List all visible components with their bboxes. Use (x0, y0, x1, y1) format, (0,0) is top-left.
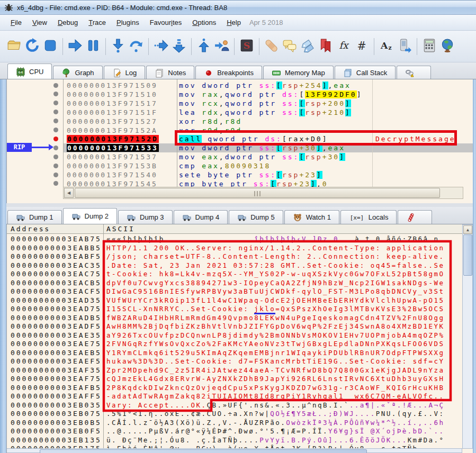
breakpoint-dot[interactable] (53, 181, 58, 186)
tab-notes[interactable]: Notes (146, 66, 194, 79)
dump-vscroll-thumb[interactable] (463, 234, 472, 276)
script-button[interactable]: S (238, 37, 256, 57)
breakpoint-dot-active[interactable] (53, 137, 58, 141)
dump-row[interactable]: 00000000003EABB5HTTP/1.1 200 OK..Server:… (7, 243, 462, 252)
breakpoint-dot[interactable] (53, 128, 58, 132)
menu-item-options[interactable]: Options (187, 19, 221, 26)
menu-item-trace[interactable]: Trace (83, 19, 111, 26)
run-button[interactable] (66, 37, 84, 57)
tab-dump-5[interactable]: Dump 5 (229, 210, 283, 224)
disasm-row[interactable]: 000000013F971527xor r8d,r8d (63, 117, 476, 126)
tab-breakpoints[interactable]: Breakpoints (195, 66, 262, 79)
run-to-user-code-button[interactable] (213, 37, 231, 57)
pane-splitter[interactable] (0, 203, 476, 207)
dump-row[interactable]: 00000000003EB0B5.CÅÍ.l.z¯ö½A3(Xö)ü.Z.,V.… (7, 418, 462, 427)
tab-call-stack[interactable]: Call Stack (335, 66, 396, 79)
breakpoint-dot[interactable] (53, 92, 58, 96)
dump-row[interactable]: 00000000003EB0F5..@.....PµßV.ár@°«ÿ¼ÉÞ#^… (7, 427, 462, 436)
dump-row[interactable]: 00000000003EACB5dpVf0u7CwvgYxcs38894271w… (7, 278, 462, 287)
dump-row[interactable]: 00000000003EAFB52P8KqdckDIwZkncQzOvjeqdC… (7, 383, 462, 392)
menu-item-help[interactable]: Help (221, 19, 246, 26)
attach-button[interactable] (396, 37, 414, 57)
browser-button[interactable] (438, 37, 456, 57)
disassembly-panel[interactable]: 000000013F971509mov dword ptr ss:[rsp+25… (6, 79, 476, 203)
dump-row[interactable]: 00000000003EAEB5Y1RYmCLmkq6it529u5KImAqZ… (7, 348, 462, 357)
dump-row[interactable]: 00000000003EABF5/json; charset=UTF-8..Co… (7, 252, 462, 261)
hex-dump-panel[interactable]: Address ASCII 00000000003EAB75«««îþîþîþî… (6, 224, 476, 453)
disasm-row[interactable]: 000000013F971533mov dword ptr ss:[rsp+30… (63, 143, 476, 152)
disasm-hscrollbar[interactable]: ◀ (63, 187, 463, 199)
dump-row[interactable]: 00000000003EAB75«««îþîþîþîþ îþîþîþîþ‹V.]… (7, 234, 462, 243)
dump-hscroll-thumb[interactable] (40, 449, 367, 453)
trace-into-button[interactable] (152, 37, 170, 57)
tab--x-locals[interactable]: [x=]Locals (340, 210, 397, 224)
disasm-row[interactable]: 000000013F971517mov rcx,qword ptr ss:[rs… (63, 99, 476, 108)
tab-graph[interactable]: Graph (53, 66, 102, 79)
title-bar[interactable]: x6_4dbg - File: cmd.exe - PID: B64 - Mod… (0, 0, 476, 15)
dump-row[interactable]: 00000000003EAC35.Date: Sat, 23 Jan 2021 … (7, 261, 462, 270)
dump-vscrollbar[interactable]: ▲ (462, 224, 473, 449)
disasm-row[interactable]: 000000013F97151Flea rdx,qword ptr ss:[rs… (63, 108, 476, 117)
scroll-up-button[interactable]: ▲ (463, 225, 472, 234)
breakpoint-dot[interactable] (53, 155, 58, 159)
dump-row[interactable]: 00000000003EAFF5-adatAdTwRAgmZakq82iTUIA… (7, 392, 462, 401)
dump-row[interactable]: 00000000003EAC75t-Cookie: hk8=Lk4v-mzq5X… (7, 269, 462, 278)
pause-button[interactable] (84, 37, 102, 57)
disasm-row[interactable]: 000000013F97153Bcmp eax,80090318 (63, 161, 476, 170)
dump-row[interactable]: 00000000003EADF5AwH8MM%2BjDqfbiZKzBhVtlV… (7, 322, 462, 331)
strings-button[interactable]: Az (378, 37, 396, 57)
scroll-left-button[interactable]: ◀ (64, 188, 74, 198)
tab-watch-1[interactable]: Watch 1 (284, 210, 339, 224)
dump-row[interactable]: 00000000003EB135ü. Ðç¨Me.;¦.Óu8. .ç.ÎaTÑ… (7, 436, 462, 445)
dump-row[interactable]: 00000000003EAE752FVNGqRzfYWsOvQxcZo%2FaK… (7, 339, 462, 348)
labels-button[interactable] (299, 37, 317, 57)
dump-row[interactable]: 00000000003EAE35aY926TxcOUvfpzDCQnwnLP8j… (7, 331, 462, 340)
stop-button[interactable] (41, 37, 59, 57)
disasm-row[interactable]: 000000013F97152Axor r9d,r9d (63, 126, 476, 135)
calculator-button[interactable] (420, 37, 438, 57)
tab-log[interactable]: Log (104, 66, 146, 79)
restart-button[interactable] (23, 37, 41, 57)
disasm-row[interactable]: 000000013F971510mov rax,qword ptr ds:[13… (63, 90, 476, 99)
step-into-button[interactable] (109, 37, 127, 57)
menu-item-debug[interactable]: Debug (52, 19, 83, 26)
breakpoint-dot[interactable] (53, 173, 58, 177)
tab-memory-map[interactable]: Memory Map (263, 66, 334, 79)
tab-dump-4[interactable]: Dump 4 (174, 210, 228, 224)
comments-button[interactable] (281, 37, 299, 57)
disasm-row[interactable]: 000000013F971509mov dword ptr ss:[rsp+25… (63, 81, 476, 90)
dump-row[interactable]: 00000000003EB075.5%1°<1.η..oxE..¢æ.CUO.÷… (7, 409, 462, 418)
patches-button[interactable] (263, 37, 281, 57)
tab-dump-2[interactable]: Dump 2 (63, 208, 118, 224)
functions-button[interactable]: fx (335, 37, 353, 57)
menu-item-file[interactable]: File (5, 19, 27, 26)
disasm-hscroll-thumb[interactable] (75, 188, 440, 198)
bookmarks-button[interactable] (317, 37, 335, 57)
tab-struct[interactable] (398, 210, 432, 224)
tab-dump-3[interactable]: Dump 3 (118, 210, 173, 224)
tab-cpu[interactable]: 64CPU (7, 64, 52, 79)
breakpoint-dot[interactable] (53, 101, 58, 105)
trace-over-button[interactable] (170, 37, 188, 57)
breakpoint-dot[interactable] (53, 119, 58, 123)
menu-item-view[interactable]: View (27, 19, 52, 26)
references-button[interactable]: # (353, 37, 371, 57)
dump-row[interactable]: 00000000003EAEF5hukaw%3D%3D..Set-Cookie:… (7, 357, 462, 366)
dump-hscrollbar[interactable] (7, 448, 462, 453)
step-over-button[interactable] (127, 37, 145, 57)
breakpoint-dot[interactable] (53, 164, 58, 168)
dump-row[interactable]: 00000000003EB035Vary: Accept....OK.ÇB.»U… (7, 401, 462, 410)
open-file-button[interactable] (5, 37, 23, 57)
dump-row[interactable]: 00000000003EADB5fWBZARuD4IHbHRLmRmdGm49Q… (7, 313, 462, 322)
step-out-button[interactable] (195, 37, 213, 57)
dump-row[interactable]: 00000000003EAF75cQJmzEkL4Gdx8ERvrW-AyZNX… (7, 374, 462, 383)
tab-seh[interactable] (397, 66, 431, 79)
dump-row[interactable]: 00000000003EACF5DIwGaC9516BnIESfywRPBVyw… (7, 287, 462, 296)
dump-row[interactable]: 00000000003EAD35VUfWUrYCr3kROip13fL1l4wC… (7, 296, 462, 305)
dump-row[interactable]: 00000000003EAF35Zpr2MDpehd9C_2z5IR4iJAtw… (7, 366, 462, 375)
disasm-row[interactable]: 000000013F971540sete byte ptr ss:[rsp+23… (63, 170, 476, 179)
menu-item-plugins[interactable]: Plugins (111, 19, 145, 26)
disasm-row[interactable]: 000000013F971537mov eax,dword ptr ss:[rs… (63, 152, 476, 161)
tab-dump-1[interactable]: Dump 1 (7, 210, 62, 224)
dump-row[interactable]: 00000000003EAD75I15SCL-XnNRRYC..Set-Cook… (7, 304, 462, 313)
